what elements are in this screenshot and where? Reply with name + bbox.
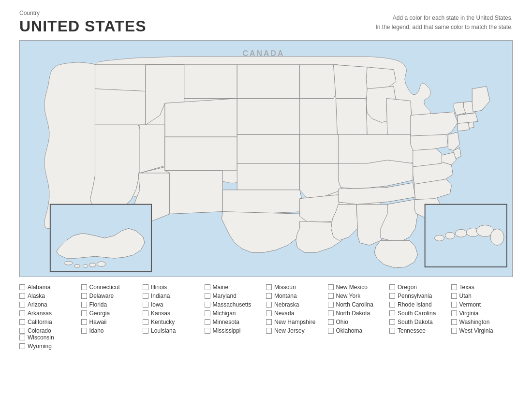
state-name: New York (336, 293, 361, 299)
legend-column-7: TexasUtahVermontVirginiaWashingtonWest V… (451, 284, 513, 334)
state-name: Missouri (274, 284, 296, 291)
state-name: Oklahoma (336, 327, 363, 334)
svg-marker-17 (222, 190, 304, 214)
checkbox-north-dakota[interactable] (328, 310, 334, 316)
legend-item: Arizona (19, 301, 81, 308)
checkbox-south-dakota[interactable] (389, 319, 395, 325)
checkbox-illinois[interactable] (143, 284, 148, 290)
checkbox-new-hampshire[interactable] (266, 319, 272, 325)
checkbox-montana[interactable] (266, 293, 272, 299)
legend-item: New Jersey (266, 327, 328, 334)
checkbox-georgia[interactable] (81, 310, 87, 316)
checkbox-california[interactable] (19, 319, 25, 325)
state-name: Connecticut (89, 284, 120, 291)
checkbox-nevada[interactable] (266, 310, 272, 316)
checkbox-wisconsin[interactable] (19, 335, 25, 340)
checkbox-oregon[interactable] (389, 284, 395, 290)
checkbox-ohio[interactable] (328, 319, 334, 325)
svg-point-55 (83, 264, 88, 267)
checkbox-alabama[interactable] (19, 284, 25, 290)
checkbox-rhode-island[interactable] (389, 302, 395, 308)
checkbox-pennsylvania[interactable] (389, 293, 395, 299)
svg-point-59 (435, 235, 444, 241)
legend-item: Hawaii (81, 319, 143, 325)
state-name: Indiana (151, 293, 170, 299)
checkbox-indiana[interactable] (143, 293, 148, 299)
checkbox-kentucky[interactable] (143, 319, 148, 325)
legend-item: Oregon (389, 284, 451, 291)
checkbox-vermont[interactable] (451, 302, 457, 308)
checkbox-tennessee[interactable] (389, 328, 395, 334)
legend-item: Oklahoma (328, 327, 390, 334)
state-name: Idaho (89, 327, 104, 334)
svg-marker-13 (237, 65, 299, 99)
legend-item: Pennsylvania (389, 293, 451, 299)
legend-item: Minnesota (205, 319, 266, 325)
checkbox-nebraska[interactable] (266, 302, 272, 308)
checkbox-colorado[interactable] (19, 328, 25, 334)
checkbox-west-virginia[interactable] (451, 328, 457, 334)
checkbox-kansas[interactable] (143, 310, 148, 316)
legend-column-1: ConnecticutDelawareFloridaGeorgiaHawaiiI… (81, 284, 143, 334)
svg-point-53 (65, 261, 73, 265)
state-name: Louisiana (151, 327, 176, 334)
svg-point-60 (445, 232, 455, 239)
state-name: Michigan (213, 310, 236, 317)
state-name: Wisconsin (28, 334, 54, 341)
checkbox-connecticut[interactable] (81, 284, 87, 290)
checkbox-mississippi[interactable] (205, 328, 210, 334)
svg-marker-8 (165, 99, 237, 137)
checkbox-texas[interactable] (451, 284, 457, 290)
checkbox-michigan[interactable] (205, 310, 210, 316)
checkbox-new-york[interactable] (328, 293, 334, 299)
legend-item: Indiana (143, 293, 205, 299)
legend-item: Nebraska (266, 301, 328, 308)
checkbox-north-carolina[interactable] (328, 302, 334, 308)
checkbox-washington[interactable] (451, 319, 457, 325)
legend-item: Wyoming (19, 343, 513, 350)
state-name: South Carolina (398, 310, 436, 317)
checkbox-arkansas[interactable] (19, 310, 25, 316)
checkbox-missouri[interactable] (266, 284, 272, 290)
state-name: Florida (89, 301, 107, 308)
svg-marker-24 (333, 65, 369, 99)
legend-item: Tennessee (389, 327, 451, 334)
state-name: New Jersey (274, 327, 305, 334)
state-name: Minnesota (213, 319, 239, 325)
checkbox-iowa[interactable] (143, 302, 148, 308)
checkbox-delaware[interactable] (81, 293, 87, 299)
state-name: Tennessee (398, 327, 426, 334)
legend-item: North Carolina (328, 301, 390, 308)
checkbox-maine[interactable] (205, 284, 210, 290)
state-name: Vermont (459, 301, 481, 308)
checkbox-florida[interactable] (81, 302, 87, 308)
legend-item: California (19, 319, 81, 325)
svg-marker-9 (140, 125, 165, 173)
checkbox-massachusetts[interactable] (205, 302, 210, 308)
state-name: Washington (459, 319, 490, 325)
checkbox-maryland[interactable] (205, 293, 210, 299)
checkbox-arizona[interactable] (19, 302, 25, 308)
checkbox-oklahoma[interactable] (328, 328, 334, 334)
title-block: Country UNITED STATES (19, 10, 146, 35)
checkbox-minnesota[interactable] (205, 319, 210, 325)
state-name: California (28, 319, 52, 325)
state-name: West Virginia (459, 327, 493, 334)
checkbox-virginia[interactable] (451, 310, 457, 316)
checkbox-alaska[interactable] (19, 293, 25, 299)
checkbox-utah[interactable] (451, 293, 457, 299)
instructions-line2: In the legend, add that same color to ma… (375, 23, 513, 32)
checkbox-idaho[interactable] (81, 328, 87, 334)
checkbox-hawaii[interactable] (81, 319, 87, 325)
checkbox-south-carolina[interactable] (389, 310, 395, 316)
legend-item: South Carolina (389, 310, 451, 317)
checkbox-new-jersey[interactable] (266, 328, 272, 334)
legend-item: Arkansas (19, 310, 81, 317)
state-name: Rhode Island (398, 301, 432, 308)
svg-marker-20 (300, 134, 339, 163)
svg-marker-3 (95, 89, 146, 125)
checkbox-wyoming[interactable] (19, 343, 25, 349)
checkbox-louisiana[interactable] (143, 328, 148, 334)
checkbox-new-mexico[interactable] (328, 284, 334, 290)
legend-item: Vermont (451, 301, 513, 308)
